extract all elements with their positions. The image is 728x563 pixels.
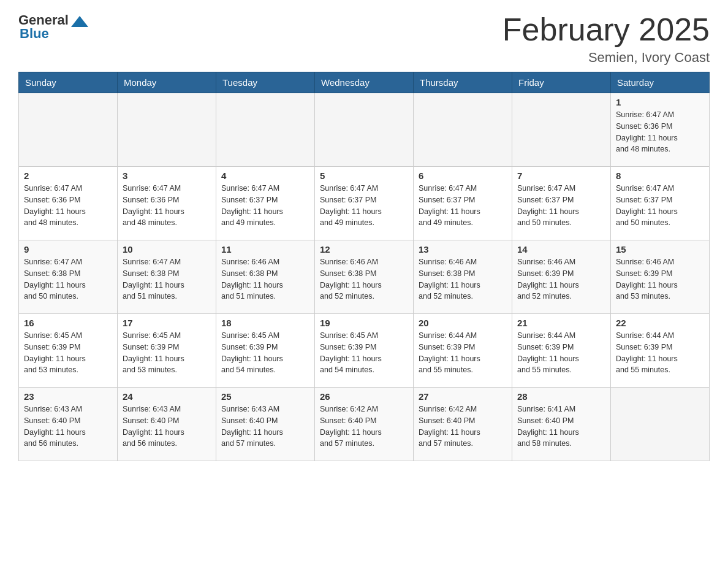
- weekday-header-wednesday: Wednesday: [315, 72, 414, 93]
- calendar-cell: 7Sunrise: 6:47 AMSunset: 6:37 PMDaylight…: [512, 167, 611, 240]
- day-number: 4: [221, 170, 309, 181]
- day-number: 12: [320, 244, 408, 255]
- calendar-week-1: 1Sunrise: 6:47 AMSunset: 6:36 PMDaylight…: [19, 93, 710, 167]
- calendar-cell: 13Sunrise: 6:46 AMSunset: 6:38 PMDayligh…: [414, 240, 512, 314]
- logo-triangle-icon: [71, 16, 88, 27]
- day-number: 21: [517, 318, 605, 328]
- day-info: Sunrise: 6:47 AMSunset: 6:38 PMDaylight:…: [123, 256, 211, 302]
- day-info: Sunrise: 6:42 AMSunset: 6:40 PMDaylight:…: [419, 404, 507, 450]
- day-number: 16: [24, 318, 112, 328]
- day-info: Sunrise: 6:44 AMSunset: 6:39 PMDaylight:…: [616, 330, 704, 376]
- day-number: 22: [616, 318, 704, 328]
- calendar-cell: 28Sunrise: 6:41 AMSunset: 6:40 PMDayligh…: [512, 388, 611, 461]
- day-number: 15: [616, 244, 704, 255]
- day-number: 14: [517, 244, 605, 255]
- day-info: Sunrise: 6:46 AMSunset: 6:39 PMDaylight:…: [517, 256, 605, 302]
- logo-blue-text: Blue: [20, 26, 49, 42]
- day-info: Sunrise: 6:45 AMSunset: 6:39 PMDaylight:…: [24, 330, 112, 376]
- weekday-header-monday: Monday: [118, 72, 216, 93]
- day-info: Sunrise: 6:46 AMSunset: 6:39 PMDaylight:…: [616, 256, 704, 302]
- day-info: Sunrise: 6:47 AMSunset: 6:36 PMDaylight:…: [24, 183, 112, 229]
- day-number: 10: [123, 244, 211, 255]
- calendar-cell: 2Sunrise: 6:47 AMSunset: 6:36 PMDaylight…: [19, 167, 118, 240]
- day-info: Sunrise: 6:47 AMSunset: 6:37 PMDaylight:…: [616, 183, 704, 229]
- day-number: 19: [320, 318, 408, 328]
- calendar-cell: 12Sunrise: 6:46 AMSunset: 6:38 PMDayligh…: [315, 240, 414, 314]
- day-number: 28: [517, 391, 605, 402]
- calendar-cell: [611, 388, 710, 461]
- day-info: Sunrise: 6:47 AMSunset: 6:37 PMDaylight:…: [221, 183, 309, 229]
- day-info: Sunrise: 6:44 AMSunset: 6:39 PMDaylight:…: [419, 330, 507, 376]
- calendar-cell: 8Sunrise: 6:47 AMSunset: 6:37 PMDaylight…: [611, 167, 710, 240]
- calendar-cell: [414, 93, 512, 167]
- day-info: Sunrise: 6:45 AMSunset: 6:39 PMDaylight:…: [123, 330, 211, 376]
- calendar-cell: 17Sunrise: 6:45 AMSunset: 6:39 PMDayligh…: [118, 314, 216, 388]
- calendar-cell: 16Sunrise: 6:45 AMSunset: 6:39 PMDayligh…: [19, 314, 118, 388]
- calendar-cell: 1Sunrise: 6:47 AMSunset: 6:36 PMDaylight…: [611, 93, 710, 167]
- calendar-cell: 20Sunrise: 6:44 AMSunset: 6:39 PMDayligh…: [414, 314, 512, 388]
- calendar-cell: 6Sunrise: 6:47 AMSunset: 6:37 PMDaylight…: [414, 167, 512, 240]
- day-info: Sunrise: 6:47 AMSunset: 6:37 PMDaylight:…: [320, 183, 408, 229]
- day-info: Sunrise: 6:47 AMSunset: 6:36 PMDaylight:…: [616, 109, 704, 155]
- day-info: Sunrise: 6:41 AMSunset: 6:40 PMDaylight:…: [517, 404, 605, 450]
- calendar-cell: 11Sunrise: 6:46 AMSunset: 6:38 PMDayligh…: [216, 240, 315, 314]
- day-info: Sunrise: 6:47 AMSunset: 6:36 PMDaylight:…: [123, 183, 211, 229]
- day-info: Sunrise: 6:43 AMSunset: 6:40 PMDaylight:…: [221, 404, 309, 450]
- calendar-cell: 19Sunrise: 6:45 AMSunset: 6:39 PMDayligh…: [315, 314, 414, 388]
- day-info: Sunrise: 6:43 AMSunset: 6:40 PMDaylight:…: [123, 404, 211, 450]
- location: Semien, Ivory Coast: [502, 50, 710, 66]
- day-number: 27: [419, 391, 507, 402]
- day-info: Sunrise: 6:46 AMSunset: 6:38 PMDaylight:…: [419, 256, 507, 302]
- day-info: Sunrise: 6:44 AMSunset: 6:39 PMDaylight:…: [517, 330, 605, 376]
- day-number: 25: [221, 391, 309, 402]
- day-info: Sunrise: 6:42 AMSunset: 6:40 PMDaylight:…: [320, 404, 408, 450]
- weekday-header-sunday: Sunday: [19, 72, 118, 93]
- day-number: 11: [221, 244, 309, 255]
- day-number: 23: [24, 391, 112, 402]
- day-number: 24: [123, 391, 211, 402]
- calendar-table: SundayMondayTuesdayWednesdayThursdayFrid…: [18, 72, 710, 461]
- logo: General Blue: [18, 12, 91, 42]
- calendar-week-5: 23Sunrise: 6:43 AMSunset: 6:40 PMDayligh…: [19, 388, 710, 461]
- day-number: 3: [123, 170, 211, 181]
- calendar-cell: 26Sunrise: 6:42 AMSunset: 6:40 PMDayligh…: [315, 388, 414, 461]
- day-number: 9: [24, 244, 112, 255]
- day-info: Sunrise: 6:43 AMSunset: 6:40 PMDaylight:…: [24, 404, 112, 450]
- month-title: February 2025: [502, 12, 710, 47]
- weekday-header-thursday: Thursday: [414, 72, 512, 93]
- day-info: Sunrise: 6:45 AMSunset: 6:39 PMDaylight:…: [320, 330, 408, 376]
- calendar-cell: 15Sunrise: 6:46 AMSunset: 6:39 PMDayligh…: [611, 240, 710, 314]
- weekday-header-tuesday: Tuesday: [216, 72, 315, 93]
- day-info: Sunrise: 6:46 AMSunset: 6:38 PMDaylight:…: [320, 256, 408, 302]
- calendar-cell: [118, 93, 216, 167]
- calendar-cell: 23Sunrise: 6:43 AMSunset: 6:40 PMDayligh…: [19, 388, 118, 461]
- calendar-cell: 27Sunrise: 6:42 AMSunset: 6:40 PMDayligh…: [414, 388, 512, 461]
- day-info: Sunrise: 6:47 AMSunset: 6:37 PMDaylight:…: [419, 183, 507, 229]
- calendar-cell: 21Sunrise: 6:44 AMSunset: 6:39 PMDayligh…: [512, 314, 611, 388]
- day-number: 18: [221, 318, 309, 328]
- calendar-cell: 24Sunrise: 6:43 AMSunset: 6:40 PMDayligh…: [118, 388, 216, 461]
- day-info: Sunrise: 6:46 AMSunset: 6:38 PMDaylight:…: [221, 256, 309, 302]
- calendar-cell: [512, 93, 611, 167]
- day-number: 5: [320, 170, 408, 181]
- calendar-cell: 18Sunrise: 6:45 AMSunset: 6:39 PMDayligh…: [216, 314, 315, 388]
- day-info: Sunrise: 6:47 AMSunset: 6:38 PMDaylight:…: [24, 256, 112, 302]
- calendar-cell: [315, 93, 414, 167]
- calendar-cell: 3Sunrise: 6:47 AMSunset: 6:36 PMDaylight…: [118, 167, 216, 240]
- day-number: 20: [419, 318, 507, 328]
- calendar-cell: 9Sunrise: 6:47 AMSunset: 6:38 PMDaylight…: [19, 240, 118, 314]
- calendar-cell: 25Sunrise: 6:43 AMSunset: 6:40 PMDayligh…: [216, 388, 315, 461]
- title-block: February 2025 Semien, Ivory Coast: [502, 12, 710, 66]
- day-number: 1: [616, 97, 704, 107]
- calendar-week-4: 16Sunrise: 6:45 AMSunset: 6:39 PMDayligh…: [19, 314, 710, 388]
- calendar-cell: 14Sunrise: 6:46 AMSunset: 6:39 PMDayligh…: [512, 240, 611, 314]
- page-header: General Blue February 2025 Semien, Ivory…: [18, 12, 710, 66]
- calendar-cell: [19, 93, 118, 167]
- day-number: 13: [419, 244, 507, 255]
- day-number: 17: [123, 318, 211, 328]
- day-number: 6: [419, 170, 507, 181]
- calendar-cell: 10Sunrise: 6:47 AMSunset: 6:38 PMDayligh…: [118, 240, 216, 314]
- calendar-header-row: SundayMondayTuesdayWednesdayThursdayFrid…: [19, 72, 710, 93]
- calendar-cell: 4Sunrise: 6:47 AMSunset: 6:37 PMDaylight…: [216, 167, 315, 240]
- calendar-week-3: 9Sunrise: 6:47 AMSunset: 6:38 PMDaylight…: [19, 240, 710, 314]
